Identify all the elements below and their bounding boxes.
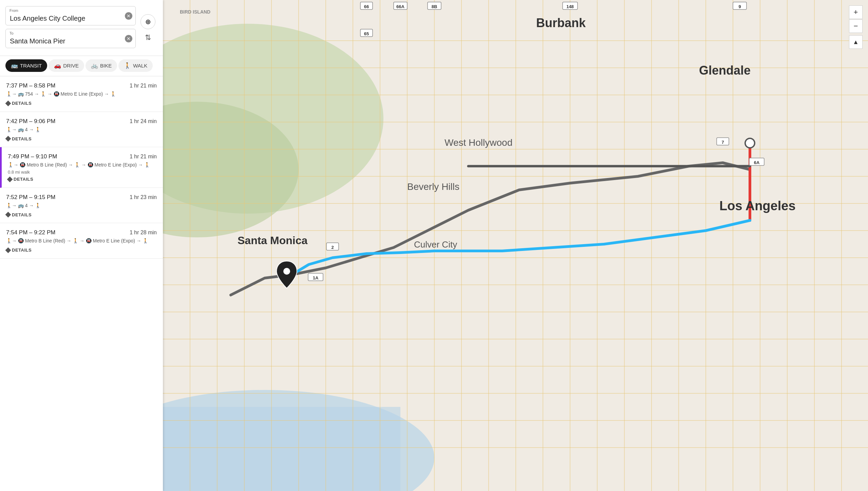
route-steps-2: 🚶→ 🚌 4 → 🚶 [6,127,157,132]
details-label-2: DETAILS [12,136,32,141]
route-steps-3: 🚶→ 🚇 Metro B Line (Red) → 🚶 → 🚇 Metro E … [8,162,157,168]
svg-text:7: 7 [721,140,724,145]
mode-tabs: 🚌 TRANSIT 🚗 DRIVE 🚲 BIKE 🚶 WALK [0,56,163,76]
drive-icon: 🚗 [54,62,61,69]
walk-label: WALK [133,63,147,68]
swap-button[interactable]: ⇅ [144,32,152,43]
details-label-3: DETAILS [14,177,33,182]
route-steps-text-4: 🚶→ 🚌 4 → 🚶 [6,203,41,208]
svg-text:1A: 1A [313,275,319,280]
svg-text:8B: 8B [432,4,437,9]
bike-label: BIKE [100,63,112,68]
zoom-controls: + − ▲ [849,5,863,49]
svg-text:65: 65 [364,31,369,36]
clear-from-button[interactable]: ✕ [125,12,132,20]
beverly-hills-label: Beverly Hills [407,181,459,192]
tab-drive[interactable]: 🚗 DRIVE [49,59,84,72]
search-row: From ✕ To ✕ ⊕ ⇅ [5,6,157,52]
svg-point-48 [283,268,290,275]
route-header-1: 7:37 PM – 8:58 PM 1 hr 21 min [6,82,157,89]
route-header-2: 7:42 PM – 9:06 PM 1 hr 24 min [6,118,157,125]
svg-text:2: 2 [331,245,334,250]
route-header-4: 7:52 PM – 9:15 PM 1 hr 23 min [6,194,157,201]
route-steps-text-2: 🚶→ 🚌 4 → 🚶 [6,127,41,132]
route-header-5: 7:54 PM – 9:22 PM 1 hr 28 min [6,229,157,236]
diamond-icon-4 [5,212,11,218]
route-duration-3: 1 hr 21 min [130,154,157,160]
route-duration-4: 1 hr 23 min [130,194,157,200]
details-label-5: DETAILS [12,248,32,253]
route-steps-5: 🚶→ 🚇 Metro B Line (Red) → 🚶 → 🚇 Metro E … [6,238,157,243]
svg-text:148: 148 [566,4,574,9]
svg-point-47 [745,138,755,148]
route-item-5[interactable]: 7:54 PM – 9:22 PM 1 hr 28 min 🚶→ 🚇 Metro… [0,223,163,259]
glendale-label: Glendale [699,63,751,77]
diamond-icon-2 [5,136,11,142]
transit-label: TRANSIT [20,63,42,68]
route-time-1: 7:37 PM – 8:58 PM [6,82,56,89]
from-input[interactable] [5,6,136,25]
svg-rect-2 [163,407,400,491]
west-hollywood-label: West Hollywood [445,137,512,148]
route-steps-4: 🚶→ 🚌 4 → 🚶 [6,203,157,208]
tab-walk[interactable]: 🚶 WALK [118,59,153,72]
route-steps-text-1: 🚶→ 🚌 754 → 🚶 → 🚇 Metro E Line (Expo) → 🚶 [6,91,116,97]
santa-monica-label: Santa Monica [238,234,307,247]
clear-to-button[interactable]: ✕ [125,35,132,42]
svg-text:6A: 6A [754,160,760,165]
route-steps-text-3: 🚶→ 🚇 Metro B Line (Red) → 🚶 → 🚇 Metro E … [8,162,150,168]
tab-bike[interactable]: 🚲 BIKE [86,59,117,72]
walk-note-3: 0.8 mi walk [8,170,157,175]
to-input-group: To ✕ [5,29,136,48]
details-button-1[interactable]: DETAILS [6,100,32,106]
details-button-2[interactable]: DETAILS [6,136,32,142]
details-button-5[interactable]: DETAILS [6,247,32,253]
walk-icon: 🚶 [124,62,131,69]
route-time-3: 7:49 PM – 9:10 PM [8,153,57,160]
transit-icon: 🚌 [11,62,18,69]
route-duration-5: 1 hr 28 min [130,230,157,236]
route-time-5: 7:54 PM – 9:22 PM [6,229,56,236]
route-time-4: 7:52 PM – 9:15 PM [6,194,56,201]
details-label-4: DETAILS [12,212,32,217]
route-steps-text-5: 🚶→ 🚇 Metro B Line (Red) → 🚶 → 🚇 Metro E … [6,238,148,243]
left-panel: From ✕ To ✕ ⊕ ⇅ 🚌 TRANSIT 🚗 [0,0,163,491]
inputs-col: From ✕ To ✕ [5,6,136,52]
details-button-4[interactable]: DETAILS [6,212,32,218]
svg-text:66: 66 [364,4,369,9]
svg-text:66A: 66A [396,4,404,9]
route-duration-1: 1 hr 21 min [130,83,157,89]
locate-button[interactable]: ⊕ [140,14,155,29]
route-item-4[interactable]: 7:52 PM – 9:15 PM 1 hr 23 min 🚶→ 🚌 4 → 🚶… [0,188,163,223]
search-section: From ✕ To ✕ ⊕ ⇅ [0,0,163,56]
routes-list: 7:37 PM – 8:58 PM 1 hr 21 min 🚶→ 🚌 754 →… [0,76,163,491]
tab-transit[interactable]: 🚌 TRANSIT [5,59,47,72]
route-header-3: 7:49 PM – 9:10 PM 1 hr 21 min [8,153,157,160]
route-steps-1: 🚶→ 🚌 754 → 🚶 → 🚇 Metro E Line (Expo) → 🚶 [6,91,157,97]
burbank-label: Burbank [536,16,586,30]
route-time-2: 7:42 PM – 9:06 PM [6,118,56,125]
diamond-icon-1 [5,100,11,106]
culver-city-label: Culver City [414,239,457,250]
route-item-1[interactable]: 7:37 PM – 8:58 PM 1 hr 21 min 🚶→ 🚌 754 →… [0,76,163,112]
svg-text:9: 9 [738,4,741,9]
from-input-group: From ✕ [5,6,136,25]
side-controls: ⊕ ⇅ [138,14,157,43]
route-item-2[interactable]: 7:42 PM – 9:06 PM 1 hr 24 min 🚶→ 🚌 4 → 🚶… [0,112,163,148]
details-button-3[interactable]: DETAILS [8,176,33,182]
diamond-icon-5 [5,247,11,253]
zoom-out-button[interactable]: − [849,19,863,33]
route-item-3[interactable]: 7:49 PM – 9:10 PM 1 hr 21 min 🚶→ 🚇 Metro… [0,147,163,188]
svg-text:BIRD ISLAND: BIRD ISLAND [180,9,210,15]
bike-icon: 🚲 [91,62,98,69]
map-svg: BIRD ISLAND Burbank Glendale West Hollyw… [163,0,868,491]
map-area[interactable]: BIRD ISLAND Burbank Glendale West Hollyw… [163,0,868,491]
diamond-icon-3 [7,176,13,182]
details-label-1: DETAILS [12,101,32,106]
los-angeles-label: Los Angeles [719,199,796,213]
compass-button[interactable]: ▲ [849,35,863,49]
to-input[interactable] [5,29,136,48]
zoom-in-button[interactable]: + [849,5,863,19]
route-duration-2: 1 hr 24 min [130,118,157,124]
drive-label: DRIVE [63,63,79,68]
